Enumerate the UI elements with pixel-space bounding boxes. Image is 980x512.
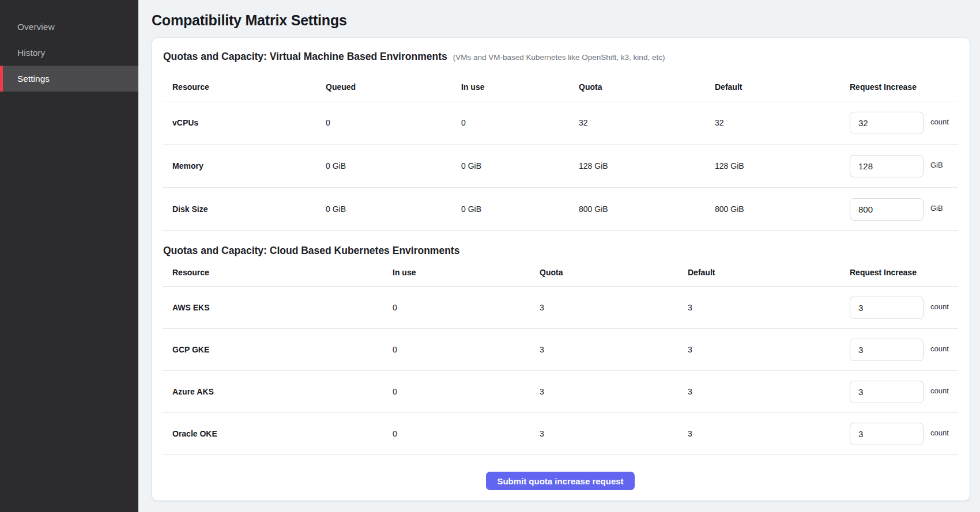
main-content: Compatibility Matrix Settings Quotas and… <box>138 0 980 501</box>
quota-value: 3 <box>540 303 688 312</box>
quota-value: 128 GiB <box>579 161 715 170</box>
resource-name: Azure AKS <box>172 387 393 396</box>
unit-label: GiB <box>930 161 943 169</box>
quota-value: 3 <box>540 387 688 396</box>
request-increase-input[interactable] <box>850 339 924 361</box>
request-increase-cell: count <box>850 339 958 361</box>
vm-table-body: vCPUs 0 0 32 32 count Memory 0 GiB 0 GiB… <box>163 101 958 231</box>
request-increase-cell: count <box>850 381 958 403</box>
in-use-value: 0 <box>393 387 540 396</box>
submit-quota-increase-button[interactable]: Submit quota increase request <box>486 472 634 490</box>
request-increase-input[interactable] <box>850 198 924 221</box>
resource-name: GCP GKE <box>172 345 393 354</box>
column-header-in-use: In use <box>393 268 540 277</box>
queued-value: 0 <box>326 118 461 127</box>
table-row: Oracle OKE 0 3 3 count <box>163 413 958 455</box>
default-value: 800 GiB <box>715 204 850 214</box>
cloud-table-body: AWS EKS 0 3 3 count GCP GKE 0 3 3 <box>163 287 958 455</box>
default-value: 3 <box>688 345 850 354</box>
table-row: vCPUs 0 0 32 32 count <box>163 101 958 145</box>
sidebar-item-label: History <box>17 48 45 58</box>
column-header-default: Default <box>688 268 850 277</box>
column-header-default: Default <box>715 82 850 92</box>
sidebar-item-history[interactable]: History <box>0 40 138 66</box>
default-value: 3 <box>688 303 850 312</box>
vm-section-heading: Quotas and Capacity: Virtual Machine Bas… <box>163 51 958 63</box>
default-value: 3 <box>688 429 850 438</box>
in-use-value: 0 GiB <box>461 204 579 214</box>
resource-name: Memory <box>172 161 326 170</box>
column-header-request-increase: Request Increase <box>850 268 958 277</box>
quota-settings-card: Quotas and Capacity: Virtual Machine Bas… <box>152 37 970 501</box>
request-increase-input[interactable] <box>850 112 924 134</box>
vm-table-header: Resource Queued In use Quota Default Req… <box>163 73 958 101</box>
table-row: Disk Size 0 GiB 0 GiB 800 GiB 800 GiB Gi… <box>163 188 958 231</box>
table-row: GCP GKE 0 3 3 count <box>163 329 958 371</box>
request-increase-input[interactable] <box>850 155 924 177</box>
queued-value: 0 GiB <box>326 161 461 170</box>
page-title: Compatibility Matrix Settings <box>152 12 980 29</box>
column-header-resource: Resource <box>172 268 393 277</box>
resource-name: vCPUs <box>172 118 326 127</box>
resource-name: AWS EKS <box>172 303 393 312</box>
request-increase-input[interactable] <box>850 297 924 319</box>
table-row: Azure AKS 0 3 3 count <box>163 371 958 413</box>
vm-section-subtitle: (VMs and VM-based Kubernetes like OpenSh… <box>453 53 665 62</box>
resource-name: Disk Size <box>172 204 326 214</box>
sidebar-item-overview[interactable]: Overview <box>0 14 138 40</box>
request-increase-input[interactable] <box>850 423 924 445</box>
unit-label: count <box>930 117 949 126</box>
request-increase-input[interactable] <box>850 381 924 403</box>
unit-label: count <box>930 344 949 353</box>
column-header-quota: Quota <box>579 82 715 92</box>
sidebar-item-label: Overview <box>17 22 55 32</box>
column-header-quota: Quota <box>540 268 688 277</box>
quota-value: 3 <box>540 345 688 354</box>
unit-label: count <box>930 428 949 437</box>
in-use-value: 0 GiB <box>461 161 579 170</box>
table-row: AWS EKS 0 3 3 count <box>163 287 958 329</box>
resource-name: Oracle OKE <box>172 429 393 438</box>
unit-label: count <box>930 386 949 395</box>
request-increase-cell: count <box>850 112 958 134</box>
queued-value: 0 GiB <box>326 204 461 214</box>
cloud-section-heading: Quotas and Capacity: Cloud Based Kuberne… <box>163 245 958 257</box>
column-header-resource: Resource <box>172 82 326 92</box>
column-header-queued: Queued <box>326 82 461 92</box>
default-value: 128 GiB <box>715 161 850 170</box>
quota-value: 800 GiB <box>579 204 715 214</box>
in-use-value: 0 <box>393 303 540 312</box>
request-increase-cell: count <box>850 423 958 445</box>
sidebar-item-label: Settings <box>17 74 50 84</box>
request-increase-cell: count <box>850 297 958 319</box>
quota-value: 32 <box>579 118 715 127</box>
in-use-value: 0 <box>393 429 540 438</box>
vm-section-title: Quotas and Capacity: Virtual Machine Bas… <box>163 51 447 63</box>
column-header-request-increase: Request Increase <box>850 82 958 92</box>
in-use-value: 0 <box>393 345 540 354</box>
request-increase-cell: GiB <box>850 155 958 177</box>
unit-label: count <box>930 302 949 311</box>
sidebar-item-settings[interactable]: Settings <box>0 66 138 92</box>
sidebar: Overview History Settings <box>0 0 138 512</box>
column-header-in-use: In use <box>461 82 579 92</box>
table-row: Memory 0 GiB 0 GiB 128 GiB 128 GiB GiB <box>163 145 958 188</box>
request-increase-cell: GiB <box>850 198 958 221</box>
in-use-value: 0 <box>461 118 579 127</box>
default-value: 3 <box>688 387 850 396</box>
cloud-table-header: Resource In use Quota Default Request In… <box>163 258 958 287</box>
default-value: 32 <box>715 118 850 127</box>
quota-value: 3 <box>540 429 688 438</box>
submit-row: Submit quota increase request <box>163 455 958 500</box>
cloud-section-title: Quotas and Capacity: Cloud Based Kuberne… <box>163 245 459 257</box>
unit-label: GiB <box>930 204 943 213</box>
